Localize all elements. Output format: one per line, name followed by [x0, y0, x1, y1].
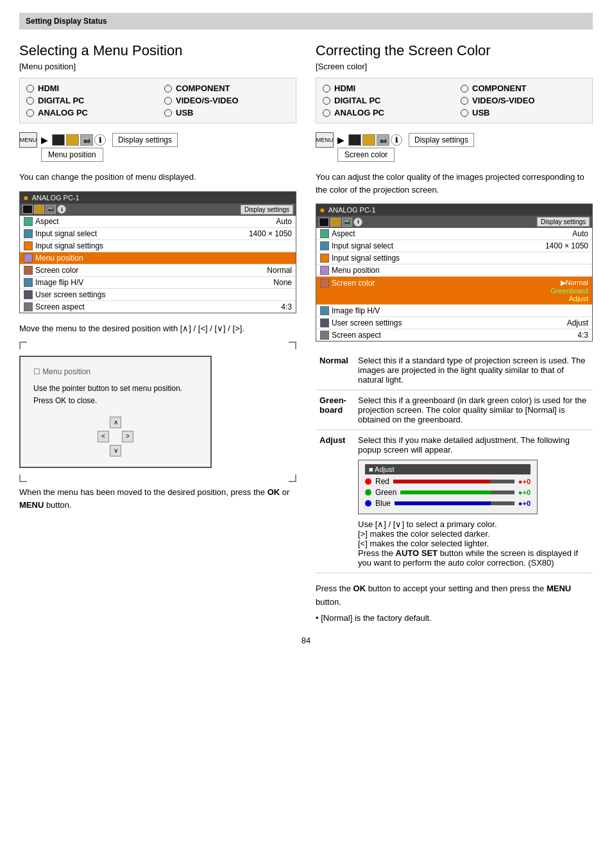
- adjust-val-green: ●+0: [518, 489, 531, 496]
- radio-digitalpc-right[interactable]: DIGITAL PC: [323, 96, 448, 105]
- radio-analogpc-right[interactable]: ANALOG PC: [323, 108, 448, 117]
- right-subhead: [Screen color]: [316, 62, 593, 71]
- dt-row-aspect-left: Aspect Auto: [20, 216, 296, 228]
- dt-icon-aspect-right: [320, 229, 329, 238]
- instruction-text-left: Move the menu to the desired position wi…: [19, 322, 296, 336]
- option-name-normal: Normal: [316, 351, 354, 390]
- after-dialog-text: When the menu has been moved to the desi…: [19, 486, 296, 513]
- right-table-header-text: ANALOG PC-1: [328, 206, 376, 214]
- radio-usb-left[interactable]: USB: [164, 108, 289, 117]
- dt-val-aspect-left: Auto: [276, 217, 292, 226]
- radio-hdmi-left[interactable]: HDMI: [26, 83, 151, 93]
- radio-circle-component-left: [164, 85, 172, 92]
- dt-row-menupos-left: Menu position: [20, 252, 296, 265]
- dt-icon-userscreen-left: [24, 290, 33, 299]
- dt-tab-g1: 📷: [46, 205, 56, 214]
- arrow-left-btn[interactable]: <: [98, 431, 109, 442]
- arrow-up-btn[interactable]: ∧: [110, 417, 121, 428]
- dt-label-imageflip-right: Image flip H/V: [332, 306, 380, 315]
- radio-label-videosvideo-left: VIDEO/S-VIDEO: [176, 96, 239, 105]
- bracket-bottom-left: [19, 474, 296, 482]
- right-table-header: ■ ANALOG PC-1: [316, 204, 592, 216]
- left-table-header: ■ ANALOG PC-1: [20, 192, 296, 204]
- dt-options-screencolor: ▶Normal Greenboard Adjust: [550, 279, 588, 302]
- dt-row-aspect-right: Aspect Auto: [316, 228, 592, 240]
- radio-analogpc-left[interactable]: ANALOG PC: [26, 108, 151, 117]
- nav-tab-camera-left: 📷: [80, 134, 93, 146]
- arrow-row-down: ∨: [110, 445, 121, 456]
- adjust-val-red: ●+0: [518, 478, 531, 485]
- dt-val-screenaspect-left: 4:3: [281, 302, 292, 311]
- display-settings-btn-left[interactable]: Display settings: [112, 133, 178, 147]
- left-nav-tabs: 📷 ℹ: [52, 134, 106, 146]
- bracket-top-left: [19, 342, 296, 349]
- left-table-nav: 📷 ℹ Display settings: [20, 204, 296, 216]
- left-subhead: [Menu position]: [19, 62, 296, 71]
- left-dt-tabs: 📷 ℹ: [22, 205, 66, 214]
- main-content: Selecting a Menu Position [Menu position…: [19, 42, 593, 623]
- dt-label-menupos-left: Menu position: [35, 254, 83, 263]
- radio-label-usb-right: USB: [472, 108, 489, 117]
- nav-arrow-left: ▶: [41, 135, 48, 145]
- nav-tab-colored-left: [66, 134, 79, 146]
- option-desc-greenboard: Select this if a greenboard (in dark gre…: [354, 390, 593, 430]
- radio-circle-analogpc-left: [26, 109, 34, 117]
- dialog-arrows: ∧ < > ∨: [33, 417, 198, 456]
- adjust-row-red: Red ●+0: [365, 477, 531, 486]
- radio-hdmi-right[interactable]: HDMI: [323, 83, 448, 93]
- adjust-popup: ■ Adjust Red ●+0 Green: [358, 460, 538, 514]
- left-table-bullet: ■: [24, 194, 28, 202]
- arrow-down-btn[interactable]: ∨: [110, 445, 121, 456]
- radio-videosvideo-right[interactable]: VIDEO/S-VIDEO: [461, 96, 586, 105]
- option-desc-adjust: Select this if you make detailed adjustm…: [354, 430, 593, 573]
- dt-label-imageflip-left: Image flip H/V: [35, 278, 83, 287]
- dt-label-userscreen-left: User screen settings: [35, 290, 105, 299]
- radio-usb-right[interactable]: USB: [461, 108, 586, 117]
- left-radio-grid: HDMI COMPONENT DIGITAL PC VIDEO/S-VIDEO …: [19, 78, 296, 123]
- adjust-row-green: Green ●+0: [365, 488, 531, 497]
- radio-digitalpc-left[interactable]: DIGITAL PC: [26, 96, 151, 105]
- radio-label-videosvideo-right: VIDEO/S-VIDEO: [472, 96, 535, 105]
- radio-circle-videosvideo-right: [461, 97, 468, 105]
- option-table-right: Normal Select this if a standard type of…: [316, 351, 593, 573]
- dt-row-screenaspect-left: Screen aspect 4:3: [20, 301, 296, 313]
- dt-row-imageflip-left: Image flip H/V None: [20, 277, 296, 289]
- adjust-label-blue: Blue: [375, 499, 391, 508]
- radio-label-digitalpc-right: DIGITAL PC: [334, 96, 380, 105]
- dt-icon-input-right: [320, 241, 329, 250]
- dt-tab-c1: [34, 205, 44, 214]
- dt-label-screenaspect-left: Screen aspect: [35, 302, 85, 311]
- right-column: Correcting the Screen Color [Screen colo…: [316, 42, 593, 623]
- dt-label-aspect-left: Aspect: [35, 217, 59, 226]
- dt-val-screenaspect-right: 4:3: [577, 331, 588, 340]
- dt-label-screenaspect-right: Screen aspect: [332, 331, 381, 340]
- radio-component-left[interactable]: COMPONENT: [164, 83, 289, 93]
- display-settings-btn-right[interactable]: Display settings: [409, 133, 474, 147]
- option-name-greenboard: Green-board: [316, 390, 354, 430]
- dt-val-screencolor-left: Normal: [267, 266, 292, 275]
- left-display-table: ■ ANALOG PC-1 📷 ℹ Display settings Aspec…: [19, 191, 296, 313]
- left-description: You can change the position of menu disp…: [19, 171, 296, 184]
- dt-icon-userscreen-right: [320, 318, 329, 327]
- arrow-right-btn[interactable]: >: [122, 431, 133, 442]
- radio-videosvideo-left[interactable]: VIDEO/S-VIDEO: [164, 96, 289, 105]
- radio-component-right[interactable]: COMPONENT: [461, 83, 586, 93]
- radio-circle-component-right: [461, 85, 468, 92]
- right-dt-settings: Display settings: [537, 217, 590, 227]
- dialog-content-left: Use the pointer button to set menu posit…: [33, 383, 198, 407]
- right-nav-wrapper: MENU ▶ 📷 ℹ Display settings Screen color: [316, 132, 593, 162]
- dt-val-userscreen-right: Adjust: [567, 318, 588, 327]
- nav-tab-colored-right: [362, 134, 375, 146]
- dialog-box-left: ☐ Menu position Use the pointer button t…: [19, 356, 212, 467]
- left-nav-bar: MENU ▶ 📷 ℹ Display settings: [19, 132, 296, 148]
- right-radio-grid: HDMI COMPONENT DIGITAL PC VIDEO/S-VIDEO …: [316, 78, 593, 123]
- option-adjust: Adjust: [568, 295, 588, 302]
- dt-val-imageflip-left: None: [273, 278, 292, 287]
- dt-row-screencolor-left: Screen color Normal: [20, 265, 296, 277]
- radio-circle-usb-right: [461, 109, 468, 117]
- radio-circle-usb-left: [164, 109, 172, 117]
- radio-label-hdmi-right: HDMI: [334, 83, 355, 93]
- submenu-label-left: Menu position: [41, 148, 103, 162]
- dt-icon-aspect-left: [24, 217, 33, 226]
- adjust-bar-red: [393, 480, 514, 483]
